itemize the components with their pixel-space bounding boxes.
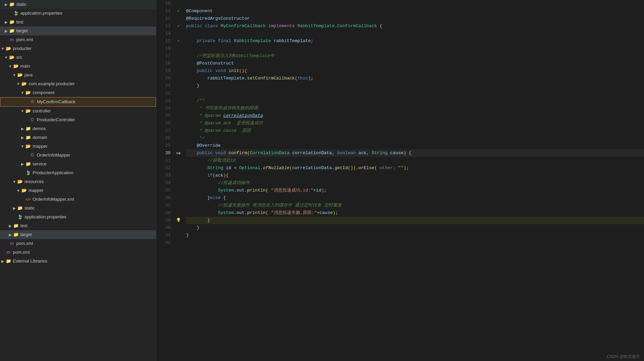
sidebar-item-target1[interactable]: 📁 target xyxy=(0,26,156,35)
folder-icon: 📁 xyxy=(13,231,19,238)
line-num-39: 39 xyxy=(159,217,171,224)
sidebar-item-test2[interactable]: 📁 test xyxy=(0,221,156,230)
arrow-icon xyxy=(7,62,13,70)
sidebar-item-test1[interactable]: 📁 test xyxy=(0,18,156,26)
sidebar-item-component[interactable]: 📂 component xyxy=(0,88,156,97)
code-line-15: private final RabbitTemplate rabbitTempl… xyxy=(186,37,644,45)
line-num-38: 38 xyxy=(159,209,171,217)
arrow-icon xyxy=(0,257,5,265)
gutter-21 xyxy=(173,82,183,90)
line-num-30: 30 xyxy=(159,149,171,157)
gutter-29 xyxy=(173,142,183,149)
gutter-23 xyxy=(173,97,183,105)
arrow-icon xyxy=(3,27,9,35)
code-line-29: @Override xyxy=(186,142,644,149)
line-num-21: 21 xyxy=(159,82,171,90)
folder-icon: 📁 xyxy=(5,257,12,265)
sidebar-item-mapper[interactable]: 📂 mapper xyxy=(0,142,156,151)
sidebar-item-producterapp[interactable]: 🍃 ProducterApplication xyxy=(0,168,156,177)
gutter-38 xyxy=(173,209,183,217)
sidebar-item-pom1[interactable]: m pom.xml xyxy=(0,35,156,44)
line-num-36: 36 xyxy=(159,194,171,202)
gutter-27 xyxy=(173,127,183,134)
code-line-23: /** xyxy=(186,97,644,105)
code-editor[interactable]: 10 11 12 13 14 15 16 17 18 19 20 21 22 2… xyxy=(156,0,644,361)
sidebar-item-com[interactable]: 📂 com.example.producter xyxy=(0,79,156,88)
file-tree[interactable]: 📁 static 🍃 application.properties 📁 test… xyxy=(0,0,156,361)
code-line-35: System.out.println( "消息投递成功,id:"+id); xyxy=(186,187,644,194)
line-num-37: 37 xyxy=(159,202,171,209)
line-num-18: 18 xyxy=(159,60,171,67)
folder-open-icon: 📂 xyxy=(25,143,31,150)
arrow-icon xyxy=(12,71,17,79)
sidebar-item-producter[interactable]: 📂 producter xyxy=(0,44,156,53)
line-num-20: 20 xyxy=(159,75,171,82)
sidebar-item-target2[interactable]: 📁 target xyxy=(0,230,156,239)
code-line-34: //投递成功操作 xyxy=(186,179,644,187)
arrow-icon xyxy=(7,231,13,238)
line-num-24: 24 xyxy=(159,105,171,112)
gutter-40 xyxy=(173,224,183,232)
props-icon: 🍃 xyxy=(17,213,23,221)
gutter-11: ✓ xyxy=(173,7,183,15)
code-line-36: }else { xyxy=(186,194,644,202)
sidebar-item-myconfirm[interactable]: © MyConfirmCallback xyxy=(0,97,156,107)
line-num-15: 15 xyxy=(159,37,171,45)
arrow-icon xyxy=(3,54,9,61)
sidebar-item-main[interactable]: 📂 main xyxy=(0,62,156,71)
sidebar-item-orderinfomapper-xml[interactable]: </> OrderInfoMapper.xml xyxy=(0,195,156,204)
gutter-31 xyxy=(173,157,183,164)
sidebar-item-ext-libs[interactable]: 📁 External Libraries xyxy=(0,257,156,266)
line-num-31: 31 xyxy=(159,157,171,164)
sidebar-item-src[interactable]: 📂 src xyxy=(0,53,156,62)
sidebar-item-static1[interactable]: 📁 static xyxy=(0,0,156,9)
sidebar-item-demos[interactable]: 📁 demos xyxy=(0,124,156,133)
sidebar-item-orderinfomapper[interactable]: © OrderInfoMapper xyxy=(0,151,156,160)
sidebar-item-resources[interactable]: 📂 resources xyxy=(0,177,156,186)
sidebar-item-producterctrl[interactable]: © ProducterController xyxy=(0,115,156,124)
line-num-32: 32 xyxy=(159,164,171,172)
gutter-30[interactable]: ⚙◉ xyxy=(173,149,183,157)
gutter-28 xyxy=(173,134,183,142)
gutter-39: 💡 xyxy=(173,217,183,224)
gutter-42 xyxy=(173,239,183,247)
pom-icon: m xyxy=(9,240,15,247)
folder-icon: 📁 xyxy=(9,18,15,26)
code-line-41: } xyxy=(186,232,644,239)
code-line-16 xyxy=(186,45,644,52)
code-line-13: public class MyConfirmCallback implement… xyxy=(186,22,644,30)
watermark-label: CSDN @暗武逢天 xyxy=(607,354,640,359)
line-num-22: 22 xyxy=(159,90,171,97)
arrow-icon xyxy=(20,134,25,141)
sidebar-item-pom-root[interactable]: m pom.xml xyxy=(0,248,156,257)
code-line-24: * 书写发布成功和失败的回调 xyxy=(186,105,644,112)
sidebar-item-java[interactable]: 📂 java xyxy=(0,71,156,79)
sidebar-item-mapper-res[interactable]: 📂 mapper xyxy=(0,186,156,195)
folder-icon: 📁 xyxy=(9,1,15,8)
gutter-20 xyxy=(173,75,183,82)
sidebar-item-controller[interactable]: 📂 controller xyxy=(0,107,156,115)
gutter-22 xyxy=(173,90,183,97)
arrow-icon xyxy=(3,18,9,26)
code-line-26: * @param ack 是否投递成功 xyxy=(186,120,644,127)
code-line-25: * @param correlationData xyxy=(186,112,644,120)
folder-open-icon: 📂 xyxy=(9,54,15,61)
sidebar-item-appprops2[interactable]: 🍃 application.properties xyxy=(0,213,156,221)
sidebar-item-pom2[interactable]: m pom.xml xyxy=(0,239,156,248)
line-num-41: 41 xyxy=(159,232,171,239)
code-area: 10 11 12 13 14 15 16 17 18 19 20 21 22 2… xyxy=(156,0,644,247)
gutter-25 xyxy=(173,112,183,120)
sidebar-item-appprops1[interactable]: 🍃 application.properties xyxy=(0,9,156,18)
code-line-30: public void confirm(CorrelationData corr… xyxy=(186,149,644,157)
sidebar-item-domain[interactable]: 📁 domain xyxy=(0,133,156,142)
line-num-34: 34 xyxy=(159,179,171,187)
folder-open-icon: 📂 xyxy=(17,178,23,185)
line-num-28: 28 xyxy=(159,134,171,142)
code-lines[interactable]: @Component @RequiredArgsConstructor publ… xyxy=(183,0,644,247)
sidebar-item-service[interactable]: 📁 service xyxy=(0,160,156,168)
gutter-15: ✓ xyxy=(173,37,183,45)
line-num-42: 42 xyxy=(159,239,171,247)
line-num-17: 17 xyxy=(159,52,171,60)
code-line-11: @Component xyxy=(186,7,644,15)
sidebar-item-static2[interactable]: 📁 static xyxy=(0,204,156,213)
